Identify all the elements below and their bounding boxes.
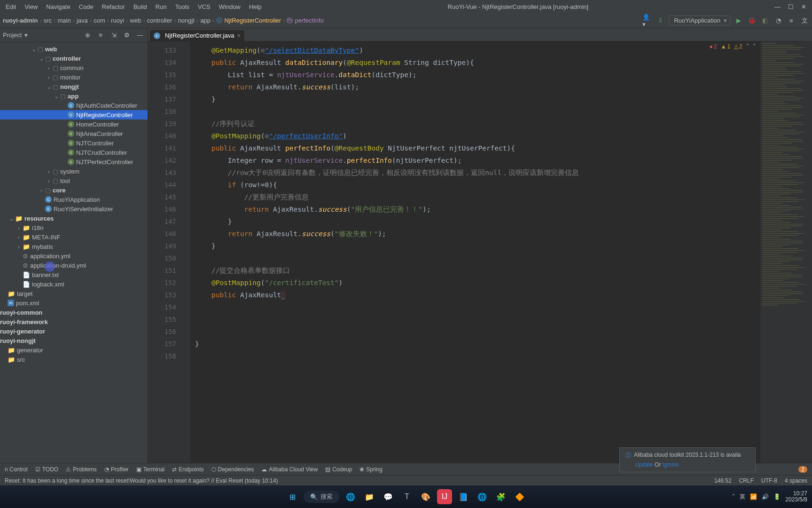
menu-view[interactable]: View [21, 2, 41, 11]
tree-file-ruoyiapp[interactable]: cRuoYiApplication [0, 195, 148, 204]
translate-icon[interactable]: 文 [800, 16, 809, 25]
app-icon-3[interactable]: 🧩 [493, 489, 508, 504]
tree-mod-nongjt[interactable]: ruoyi-nongjt [0, 336, 148, 345]
inspection-indicators[interactable]: ● 2 ▲ 1 △ 2 ˄ ˅ [710, 43, 756, 50]
bc-module[interactable]: ruoyi-admin [3, 17, 38, 24]
code-editor[interactable]: @GetMapping(⊘"/selectDictDataByType") pu… [190, 41, 760, 463]
tree-file-home[interactable]: cHomeController [0, 119, 148, 129]
edge-icon[interactable]: 🌐 [343, 489, 358, 504]
system-tray[interactable]: ˄ 英 📶 🔊 🔋 10:27 2023/5/8 [732, 491, 807, 503]
collapse-all-icon[interactable]: ⇲ [109, 31, 118, 40]
chrome-icon[interactable]: 🌐 [475, 489, 490, 504]
minimap[interactable] [760, 41, 812, 463]
build-icon[interactable]: ⇩ [656, 16, 665, 25]
bottom-tab-alibaba[interactable]: ☁ Alibaba Cloud View [261, 466, 318, 473]
line-separator[interactable]: CRLF [739, 477, 754, 484]
bc-method[interactable]: perfectInfo [295, 17, 323, 24]
menu-refactor[interactable]: Refactor [98, 2, 129, 11]
tree-file-pom[interactable]: mpom.xml [0, 298, 148, 308]
editor-tab-njtregister[interactable]: c NjtRegisterController.java × [150, 30, 244, 41]
project-pane-dropdown[interactable]: Project [3, 32, 22, 39]
bc-item[interactable]: nongjt [178, 17, 195, 24]
profiler-icon[interactable]: ◔ [773, 16, 783, 25]
tree-folder-target[interactable]: 📁target [0, 289, 148, 298]
explorer-icon[interactable]: 📁 [362, 489, 377, 504]
bottom-tab-deps[interactable]: ⬡ Dependencies [211, 466, 254, 473]
tray-date[interactable]: 2023/5/8 [785, 496, 807, 503]
menu-build[interactable]: Build [130, 2, 151, 11]
tree-folder-web[interactable]: ⌄▢web [0, 44, 148, 54]
taskbar-search[interactable]: 🔍 搜索 [304, 491, 339, 503]
tree-file-njtauthcode[interactable]: cNjtAuthCodeController [0, 101, 148, 110]
bc-item[interactable]: com [94, 17, 105, 24]
bc-item[interactable]: ruoyi [111, 17, 124, 24]
tree-folder-generator2[interactable]: 📁generator [0, 345, 148, 355]
coverage-icon[interactable]: ◧ [760, 16, 770, 25]
tree-file-njtarea[interactable]: cNjtAreaController [0, 129, 148, 138]
tree-file-logback[interactable]: 📄logback.xml [0, 279, 148, 289]
tray-time[interactable]: 10:27 [793, 490, 807, 497]
inspections-up-icon[interactable]: ˄ [746, 43, 749, 50]
tree-file-banner[interactable]: 📄banner.txt [0, 270, 148, 279]
tree-folder-monitor[interactable]: ›▢monitor [0, 72, 148, 82]
maximize-icon[interactable]: ☐ [788, 3, 794, 10]
bc-item[interactable]: controller [147, 17, 172, 24]
tree-file-njtcrud[interactable]: cNJTCrudController [0, 148, 148, 157]
file-encoding[interactable]: UTF-8 [761, 477, 777, 484]
bc-item[interactable]: src [44, 17, 52, 24]
bottom-tab-profiler[interactable]: ◔ Profiler [104, 466, 129, 473]
inspections-down-icon[interactable]: ˅ [753, 43, 756, 50]
project-tree[interactable]: ⌄▢web ⌄▢controller ›▢common ›▢monitor ⌄▢… [0, 42, 148, 463]
menu-help[interactable]: Help [245, 2, 265, 11]
gear-icon[interactable]: ⚙ [122, 31, 132, 40]
tree-mod-framework[interactable]: ruoyi-framework [0, 317, 148, 326]
bc-item[interactable]: main [57, 17, 70, 24]
play-icon[interactable]: ▶ [734, 16, 743, 25]
stop-icon[interactable]: ■ [787, 16, 796, 25]
user-dropdown-icon[interactable]: 👤▾ [642, 16, 652, 25]
menu-tools[interactable]: Tools [172, 2, 193, 11]
tray-volume-icon[interactable]: 🔊 [762, 493, 769, 500]
tree-folder-core[interactable]: ›▢core [0, 185, 148, 195]
tree-file-njtperfect[interactable]: cNJTPerfectController [0, 157, 148, 167]
minimize-icon[interactable]: — [774, 3, 781, 10]
hide-tool-window-icon[interactable]: — [135, 31, 145, 40]
start-icon[interactable]: ⊞ [285, 489, 300, 504]
bottom-tab-spring[interactable]: ❀ Spring [359, 466, 383, 473]
warn-badge[interactable]: ▲ 1 [721, 43, 731, 50]
debug-icon[interactable]: 🐞 [747, 16, 757, 25]
app-icon-2[interactable]: 📘 [456, 489, 471, 504]
close-icon[interactable]: ✕ [801, 3, 806, 10]
intellij-icon[interactable]: IJ [437, 489, 452, 504]
tree-folder-src[interactable]: 📁src [0, 355, 148, 364]
app-icon-4[interactable]: 🔶 [512, 489, 527, 504]
bottom-tab-endpoints[interactable]: ⇄ Endpoints [172, 466, 203, 473]
caret-position[interactable]: 146:52 [714, 477, 732, 484]
tree-folder-metainf[interactable]: ›📁META-INF [0, 232, 148, 242]
tray-ime[interactable]: 英 [740, 493, 745, 501]
tree-file-servlet[interactable]: cRuoYiServletInitializer [0, 204, 148, 214]
bottom-tab-codeup[interactable]: ▤ Codeup [325, 466, 352, 473]
app-icon-1[interactable]: 🎨 [418, 489, 433, 504]
bottom-tab-terminal[interactable]: ▣ Terminal [136, 466, 164, 473]
expand-all-icon[interactable]: ≡ [96, 31, 105, 40]
chevron-down-icon[interactable]: ▾ [24, 32, 28, 39]
tree-file-njt[interactable]: cNJTController [0, 138, 148, 148]
popup-update-link[interactable]: Update [635, 461, 653, 468]
menu-run[interactable]: Run [152, 2, 171, 11]
tree-mod-common[interactable]: ruoyi-common [0, 308, 148, 317]
menu-navigate[interactable]: Navigate [42, 2, 74, 11]
select-opened-file-icon[interactable]: ⊕ [83, 31, 92, 40]
tree-folder-i18n[interactable]: ›📁i18n [0, 223, 148, 232]
indent-settings[interactable]: 4 spaces [785, 477, 807, 484]
weak-warn-badge[interactable]: △ 2 [734, 43, 742, 50]
menu-edit[interactable]: Edit [2, 2, 20, 11]
tray-wifi-icon[interactable]: 📶 [750, 493, 757, 500]
tree-mod-generator[interactable]: ruoyi-generator [0, 326, 148, 336]
menu-window[interactable]: Window [215, 2, 244, 11]
bottom-tab-vc[interactable]: n Control [5, 466, 28, 473]
run-config-select[interactable]: RuoYiApplication [669, 16, 730, 25]
tree-file-appyml[interactable]: ⚙application.yml [0, 251, 148, 261]
tree-folder-controller[interactable]: ⌄▢controller [0, 54, 148, 63]
tree-folder-resources[interactable]: ⌄📁resources [0, 214, 148, 223]
